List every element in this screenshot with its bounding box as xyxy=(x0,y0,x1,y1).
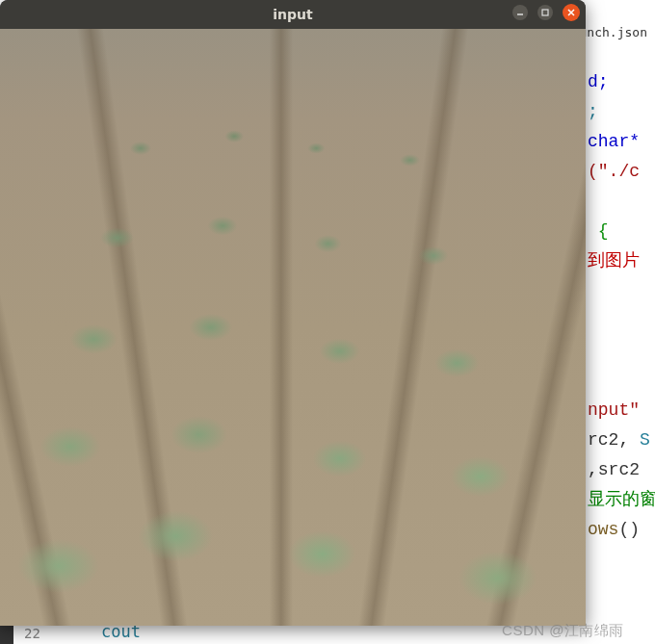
code-frag: d; xyxy=(588,72,609,91)
line-number: 22 xyxy=(24,626,40,641)
window-controls xyxy=(512,4,580,21)
maximize-button[interactable] xyxy=(537,5,553,20)
code-frag: { xyxy=(598,221,609,241)
displayed-image xyxy=(0,29,586,626)
watermark-text: CSDN @江南绵雨 xyxy=(502,622,624,640)
minimize-button[interactable] xyxy=(512,5,528,20)
code-frag: rc2, xyxy=(588,430,640,450)
svg-rect-1 xyxy=(542,10,548,15)
code-frag: () xyxy=(618,520,640,539)
code-area[interactable]: d; ; char* ("./c { 到图片 nput" rc2, S ,src… xyxy=(578,67,655,545)
image-canvas xyxy=(0,29,586,626)
code-frag: S xyxy=(640,430,650,450)
window-title: input xyxy=(273,7,312,22)
code-frag: char* xyxy=(588,132,640,151)
titlebar[interactable]: input xyxy=(0,0,586,29)
code-frag: nput" xyxy=(588,400,640,420)
image-viewer-window: input xyxy=(0,0,586,626)
close-button[interactable] xyxy=(563,4,580,21)
code-frag: ; xyxy=(588,102,598,121)
code-frag: 到图片 xyxy=(588,251,640,270)
code-frag: ("./c xyxy=(588,162,640,181)
code-frag: 显示的窗 xyxy=(588,490,655,509)
code-frag: ows xyxy=(588,520,618,539)
code-frag: ,src2 xyxy=(588,460,640,479)
